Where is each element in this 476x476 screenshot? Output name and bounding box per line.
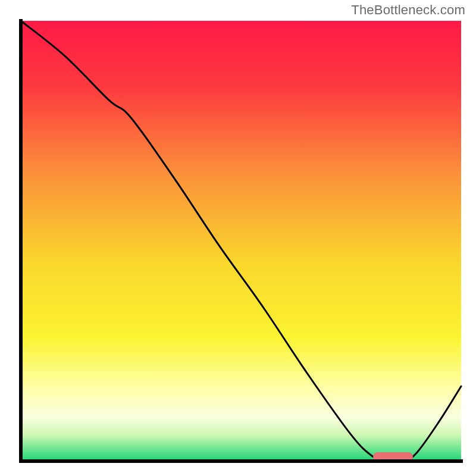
chart-plot-area xyxy=(21,21,461,461)
watermark-text: TheBottleneck.com xyxy=(351,2,465,18)
x-axis-line xyxy=(19,459,463,463)
chart-line-series xyxy=(21,21,461,461)
y-axis-line xyxy=(19,19,23,463)
